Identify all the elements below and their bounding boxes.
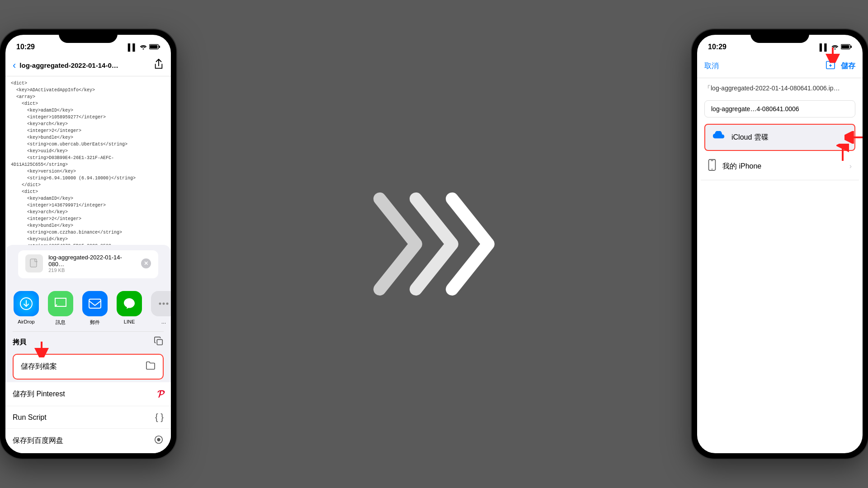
save-button-right[interactable]: 儲存: [841, 61, 855, 71]
chevron-arrows-svg: [353, 181, 515, 307]
save-baidu-left: 保存到百度网盘: [13, 436, 63, 446]
save-to-files-left: 儲存到檔案: [21, 362, 57, 371]
nav-title-left: log-aggregated-2022-01-14-0…: [19, 61, 150, 69]
app-mail[interactable]: 郵件: [81, 291, 108, 326]
app-airdrop[interactable]: AirDrop: [13, 291, 40, 326]
notch: [59, 29, 118, 43]
xml-content: <dict> <key>ADActivatedAppInfo</key> <ar…: [5, 76, 171, 245]
cancel-button[interactable]: 取消: [704, 61, 719, 71]
back-button[interactable]: ‹: [13, 60, 16, 71]
save-to-pinterest-left: 儲存到 Pinterest: [13, 389, 65, 399]
icloud-icon: [712, 131, 725, 144]
run-script-left: Run Script: [13, 413, 47, 422]
save-to-files-icon: [146, 361, 156, 373]
icloud-label: iCloud 雲碟: [731, 133, 769, 142]
iphone-label: 我的 iPhone: [722, 162, 761, 171]
app-messages[interactable]: 訊息: [47, 291, 74, 326]
icloud-location-button[interactable]: iCloud 雲碟 ›: [704, 124, 855, 151]
svg-rect-1: [159, 45, 160, 47]
share-button[interactable]: [154, 58, 164, 72]
status-icons-left: ▌▌: [128, 43, 160, 51]
file-icon: [25, 254, 43, 272]
save-to-pinterest-label: 儲存到 Pinterest: [13, 389, 65, 399]
mail-label: 郵件: [90, 319, 100, 326]
more-label: …: [161, 319, 166, 324]
save-nav-icons: 儲存: [826, 60, 855, 72]
iphone-chevron-icon: ›: [849, 162, 852, 170]
xml-line: <dict>: [11, 100, 165, 107]
xml-line: <integer>1436799971</integer>: [11, 202, 165, 209]
iphone-icon: [708, 159, 716, 174]
xml-line: <integer>2</integer>: [11, 127, 165, 134]
xml-line: <key>uuid</key>: [11, 236, 165, 243]
xml-line: <key>adamID</key>: [11, 195, 165, 202]
xml-line: <integer>1058959277</integer>: [11, 114, 165, 121]
time-right: 10:29: [708, 43, 726, 51]
save-locations-list: iCloud 雲碟 ›: [697, 123, 863, 453]
xml-line: <integer>2</integer>: [11, 216, 165, 222]
xml-line: <dict>: [11, 188, 165, 195]
xml-line: <string>D03B99E4-26E1-321F-AEFC-4D11A125…: [11, 155, 165, 168]
battery-icon-right: [841, 43, 852, 51]
svg-rect-2: [150, 45, 157, 48]
pinterest-icon: 𝓟: [157, 388, 164, 400]
svg-rect-3: [30, 259, 37, 267]
svg-rect-13: [850, 45, 852, 47]
app-row: AirDrop 訊息 郵件: [5, 286, 171, 331]
file-remove-button[interactable]: ✕: [141, 258, 151, 268]
battery-icon: [149, 43, 160, 51]
xml-line: <string>com.czzhao.binance</string>: [11, 229, 165, 236]
svg-point-6: [159, 303, 161, 305]
save-to-pinterest-button[interactable]: 儲存到 Pinterest 𝓟: [5, 382, 171, 406]
svg-point-21: [712, 169, 712, 169]
file-preview: log-aggregated-2022-01-14-080… 219 KB ✕: [18, 250, 158, 278]
save-to-files-label: 儲存到檔案: [21, 362, 57, 371]
xml-line: <string>6.94.10000 (6.94.10000)</string>: [11, 175, 165, 182]
app-more[interactable]: …: [150, 291, 171, 326]
run-script-button[interactable]: Run Script { }: [5, 406, 171, 429]
svg-rect-14: [841, 45, 849, 48]
line-label: LINE: [124, 319, 135, 324]
icloud-left: iCloud 雲碟: [712, 131, 769, 144]
file-info: log-aggregated-2022-01-14-080… 219 KB: [48, 254, 136, 273]
file-size: 219 KB: [48, 267, 136, 273]
xml-line: <key>bundle</key>: [11, 222, 165, 229]
xml-line: <dict>: [11, 80, 165, 87]
time-left: 10:29: [16, 43, 35, 51]
xml-line: <key>bundle</key>: [11, 134, 165, 141]
copy-icon: [154, 336, 164, 348]
save-file-name-box[interactable]: log-aggregate…4-080641.0006: [704, 100, 855, 117]
app-line[interactable]: LINE: [116, 291, 143, 326]
save-baidu-button[interactable]: 保存到百度网盘: [5, 429, 171, 453]
actions-title: 拷貝: [13, 338, 26, 347]
xml-line: <key>uuid</key>: [11, 148, 165, 155]
xml-line: <key>adamID</key>: [11, 107, 165, 114]
xml-line: <key>arch</key>: [11, 121, 165, 127]
xml-line: <array>: [11, 94, 165, 100]
center-arrows: [176, 181, 692, 307]
action-list: 儲存到檔案 儲存到 Pinterest 𝓟 Run Scr: [5, 353, 171, 453]
svg-rect-9: [157, 339, 162, 345]
actions-header: 拷貝: [5, 332, 171, 353]
messages-label: 訊息: [56, 319, 66, 326]
baidu-icon: [154, 435, 164, 447]
line-icon: [117, 291, 142, 316]
xml-line: <key>arch</key>: [11, 209, 165, 216]
xml-line: <key>ADActivatedAppInfo</key>: [11, 87, 165, 94]
my-iphone-location-button[interactable]: 我的 iPhone ›: [701, 153, 859, 180]
xml-line: </dict>: [11, 182, 165, 188]
mail-icon: [82, 291, 108, 316]
svg-point-8: [166, 303, 169, 305]
messages-icon: [48, 291, 73, 316]
airdrop-icon: [14, 291, 39, 316]
svg-rect-22: [711, 160, 713, 161]
nav-bar-left: ‹ log-aggregated-2022-01-14-0…: [5, 55, 171, 76]
signal-icon: ▌▌: [128, 43, 137, 51]
xml-line: <key>version</key>: [11, 168, 165, 175]
svg-point-7: [163, 303, 165, 305]
svg-rect-5: [89, 299, 101, 308]
share-sheet: log-aggregated-2022-01-14-080… 219 KB ✕ …: [5, 245, 171, 453]
wifi-icon: [140, 43, 147, 51]
file-name: log-aggregated-2022-01-14-080…: [48, 254, 136, 267]
save-file-name-display: 「log-aggregated-2022-01-14-080641.0006.i…: [704, 84, 840, 92]
